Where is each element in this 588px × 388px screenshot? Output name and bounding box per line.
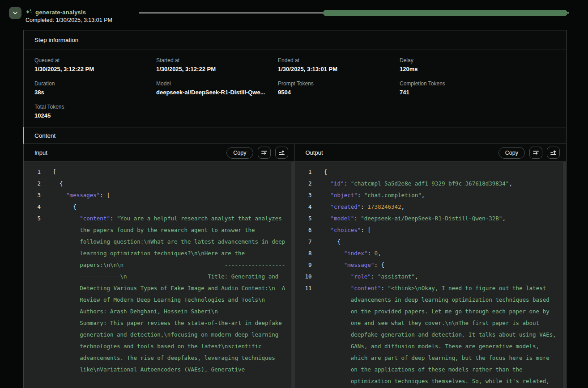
- line-number: 7: [295, 236, 312, 248]
- wrap-text-icon: [533, 149, 539, 156]
- line-number: 4: [295, 201, 312, 213]
- code-line: 2{: [24, 178, 294, 190]
- code-line: 11"content": "<think>\nOkay, I need to f…: [295, 283, 567, 387]
- step-information-header[interactable]: Step information: [24, 30, 566, 50]
- info-field-value: 9504: [278, 89, 400, 96]
- line-number: 3: [295, 190, 312, 201]
- input-output-panels: Input Copy: [24, 144, 566, 388]
- code-line: 1[: [24, 166, 294, 178]
- code-line: 3"object": "chat.completion",: [295, 190, 567, 201]
- info-field-total-tokens: Total Tokens10245: [34, 104, 156, 119]
- input-wrap-text-button[interactable]: [258, 147, 271, 159]
- line-number: 6: [295, 224, 312, 236]
- code-line: 8"index": 0,: [295, 248, 567, 259]
- expand-top-icon: [278, 149, 285, 156]
- info-field-label: Model: [156, 80, 278, 87]
- line-number: 5: [24, 213, 41, 375]
- info-field-value: 1/30/2025, 3:13:01 PM: [278, 66, 400, 72]
- info-field-delay: Delay120ms: [400, 57, 521, 72]
- line-number: 3: [24, 190, 41, 201]
- code-text: "choices": [: [324, 224, 558, 236]
- code-text: {: [53, 178, 286, 190]
- code-text: "message": {: [324, 259, 558, 271]
- expand-top-icon: [550, 149, 557, 156]
- step-information-title: Step information: [34, 37, 78, 43]
- code-line: 6"choices": [: [295, 224, 567, 236]
- code-line: 10"role": "assistant",: [295, 271, 567, 283]
- code-text: "id": "chatcmpl-5a5d2e8e-adf1-9329-bf9c-…: [324, 178, 558, 190]
- line-number: 2: [295, 178, 312, 190]
- output-panel-title: Output: [306, 149, 499, 156]
- code-text: "index": 0,: [324, 248, 558, 259]
- code-line: 4{: [24, 201, 294, 213]
- output-copy-button[interactable]: Copy: [499, 147, 525, 159]
- code-line: 7{: [295, 236, 567, 248]
- info-field-value: 120ms: [400, 66, 521, 72]
- step-details-card: Step information Queued at1/30/2025, 3:1…: [23, 30, 567, 388]
- info-field-label: Started at: [156, 57, 278, 63]
- code-text: {: [324, 236, 558, 248]
- output-panel: Output Copy: [295, 144, 567, 388]
- info-field-started-at: Started at1/30/2025, 3:12:22 PM: [156, 57, 278, 72]
- line-number: 9: [295, 259, 312, 271]
- step-information-grid: Queued at1/30/2025, 3:12:22 PMStarted at…: [24, 50, 566, 127]
- output-wrap-text-button[interactable]: [529, 147, 542, 159]
- step-completed-timestamp: Completed: 1/30/2025, 3:13:01 PM: [26, 17, 112, 23]
- info-field-label: Total Tokens: [34, 104, 156, 110]
- line-number: 8: [295, 248, 312, 259]
- sparkles-icon: [25, 9, 33, 16]
- code-text: "model": "deepseek-ai/DeepSeek-R1-Distil…: [324, 213, 558, 224]
- line-number: 4: [24, 201, 41, 213]
- info-field-value: 38s: [34, 89, 156, 96]
- timeline-step-bar[interactable]: [323, 10, 567, 16]
- code-text: "role": "assistant",: [324, 271, 558, 283]
- input-scrollbar[interactable]: [291, 162, 294, 388]
- content-section-header[interactable]: Content: [23, 127, 566, 144]
- input-copy-button[interactable]: Copy: [226, 147, 253, 159]
- info-field-label: Queued at: [34, 57, 156, 63]
- code-line: 5"model": "deepseek-ai/DeepSeek-R1-Disti…: [295, 213, 567, 224]
- output-panel-header: Output Copy: [295, 144, 567, 162]
- code-text: "messages": [: [53, 190, 286, 201]
- code-line: 4"created": 1738246342,: [295, 201, 567, 213]
- code-line: 5"content": "You are a helpful research …: [24, 213, 294, 375]
- chevron-down-icon: [12, 10, 18, 16]
- info-field-value: deepseek-ai/DeepSeek-R1-Distill-Qwe...: [156, 89, 278, 96]
- info-field-model: Modeldeepseek-ai/DeepSeek-R1-Distill-Qwe…: [156, 80, 278, 96]
- line-number: 1: [295, 166, 312, 178]
- line-number: 5: [295, 213, 312, 224]
- input-expand-button[interactable]: [275, 147, 288, 159]
- collapse-step-button[interactable]: [9, 7, 21, 19]
- content-section-title: Content: [34, 132, 55, 139]
- code-text: "content": "<think>\nOkay, I need to fig…: [324, 283, 558, 387]
- info-field-label: Duration: [34, 80, 156, 87]
- top-bar: generate-analysis Completed: 1/30/2025, …: [0, 0, 588, 30]
- output-expand-button[interactable]: [547, 147, 560, 159]
- line-number: 1: [24, 166, 41, 178]
- info-field-label: Completion Tokens: [400, 80, 521, 87]
- info-field-value: 10245: [34, 112, 156, 119]
- code-line: 9"message": {: [295, 259, 567, 271]
- info-field-ended-at: Ended at1/30/2025, 3:13:01 PM: [278, 57, 400, 72]
- info-field-queued-at: Queued at1/30/2025, 3:12:22 PM: [34, 57, 156, 72]
- code-text: "object": "chat.completion",: [324, 190, 558, 201]
- info-field-value: 1/30/2025, 3:12:22 PM: [34, 66, 156, 72]
- info-field-prompt-tokens: Prompt Tokens9504: [278, 80, 400, 96]
- input-code-viewer: 1[2{3"messages": [4{5"content": "You are…: [24, 162, 294, 388]
- info-field-label: Delay: [400, 57, 521, 63]
- code-text: {: [53, 201, 286, 213]
- wrap-text-icon: [261, 149, 268, 156]
- step-name: generate-analysis: [35, 9, 86, 16]
- info-field-duration: Duration38s: [34, 80, 156, 96]
- code-text: [: [53, 166, 286, 178]
- input-panel: Input Copy: [24, 144, 295, 388]
- output-scrollbar[interactable]: [562, 162, 566, 388]
- line-number: 2: [24, 178, 41, 190]
- code-line: 1{: [295, 166, 567, 178]
- code-text: "content": "You are a helpful research a…: [53, 213, 286, 375]
- code-line: 3"messages": [: [24, 190, 294, 201]
- info-field-value: 1/30/2025, 3:12:22 PM: [156, 66, 278, 72]
- line-number: 11: [295, 283, 312, 387]
- info-field-label: Prompt Tokens: [278, 80, 400, 87]
- line-number: 10: [295, 271, 312, 283]
